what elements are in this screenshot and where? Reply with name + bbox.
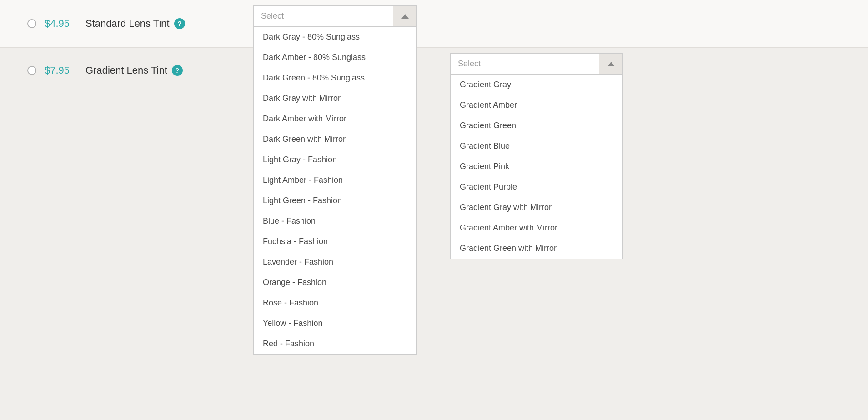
gradient-help-icon[interactable]: ?	[172, 65, 183, 76]
gradient-label-text: Gradient Lens Tint	[85, 65, 167, 76]
standard-option[interactable]: Light Amber - Fashion	[254, 170, 416, 190]
standard-option[interactable]: Dark Gray - 80% Sunglass	[254, 27, 416, 47]
standard-price: $4.95	[45, 18, 76, 30]
standard-option[interactable]: Lavender - Fashion	[254, 252, 416, 272]
gradient-option[interactable]: Gradient Green with Mirror	[451, 238, 622, 259]
standard-dropdown-list: Dark Gray - 80% SunglassDark Amber - 80%…	[253, 27, 417, 355]
standard-option[interactable]: Yellow - Fashion	[254, 313, 416, 334]
gradient-option[interactable]: Gradient Gray with Mirror	[451, 197, 622, 218]
standard-option[interactable]: Red - Fashion	[254, 334, 416, 354]
standard-option[interactable]: Dark Gray with Mirror	[254, 88, 416, 109]
standard-option[interactable]: Blue - Fashion	[254, 211, 416, 231]
gradient-option[interactable]: Gradient Purple	[451, 177, 622, 197]
standard-lens-row: $4.95 Standard Lens Tint ? Select Dark G…	[0, 0, 868, 48]
standard-option[interactable]: Rose - Fashion	[254, 293, 416, 313]
standard-option[interactable]: Light Gray - Fashion	[254, 150, 416, 170]
gradient-option[interactable]: Gradient Gray	[451, 75, 622, 95]
standard-option[interactable]: Fuchsia - Fashion	[254, 231, 416, 252]
standard-option[interactable]: Orange - Fashion	[254, 272, 416, 293]
arrow-up-icon	[401, 14, 409, 19]
gradient-option[interactable]: Gradient Pink	[451, 156, 622, 177]
gradient-dropdown-list: Gradient GrayGradient AmberGradient Gree…	[450, 75, 623, 259]
standard-select-arrow[interactable]	[393, 6, 416, 26]
gradient-select-arrow[interactable]	[599, 54, 622, 74]
standard-option[interactable]: Dark Amber with Mirror	[254, 109, 416, 129]
gradient-radio[interactable]	[27, 66, 36, 75]
gradient-option[interactable]: Gradient Amber with Mirror	[451, 218, 622, 238]
standard-select-container: Select Dark Gray - 80% SunglassDark Ambe…	[253, 5, 417, 27]
gradient-option[interactable]: Gradient Blue	[451, 136, 622, 156]
gradient-select-container: Select Gradient GrayGradient AmberGradie…	[450, 53, 623, 75]
standard-option[interactable]: Light Green - Fashion	[254, 190, 416, 211]
gradient-arrow-up-icon	[607, 62, 615, 66]
gradient-price: $7.95	[45, 65, 76, 76]
gradient-label: Gradient Lens Tint ?	[85, 65, 183, 76]
standard-label-text: Standard Lens Tint	[85, 18, 170, 30]
gradient-select-box[interactable]: Select	[450, 53, 623, 75]
standard-option[interactable]: Dark Green with Mirror	[254, 129, 416, 150]
gradient-select-input[interactable]: Select	[451, 54, 599, 74]
page-container: $4.95 Standard Lens Tint ? Select Dark G…	[0, 0, 868, 420]
standard-label: Standard Lens Tint ?	[85, 18, 185, 30]
standard-option[interactable]: Dark Amber - 80% Sunglass	[254, 47, 416, 68]
gradient-option[interactable]: Gradient Green	[451, 115, 622, 136]
standard-select-input[interactable]: Select	[254, 6, 393, 26]
gradient-lens-row: $7.95 Gradient Lens Tint ? Select Gradie…	[0, 48, 868, 93]
standard-radio[interactable]	[27, 19, 36, 28]
standard-option[interactable]: Dark Green - 80% Sunglass	[254, 68, 416, 88]
standard-help-icon[interactable]: ?	[174, 18, 185, 29]
standard-select-box[interactable]: Select	[253, 5, 417, 27]
gradient-option[interactable]: Gradient Amber	[451, 95, 622, 115]
